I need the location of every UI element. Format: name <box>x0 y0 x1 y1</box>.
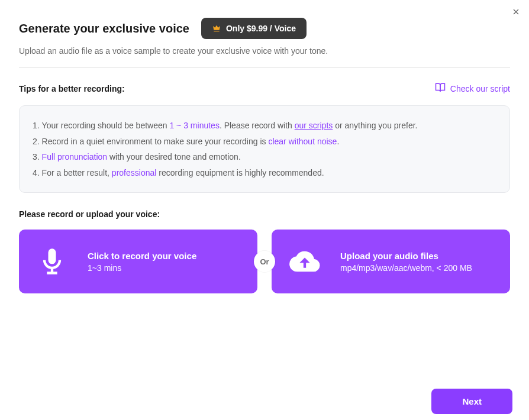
tip-item-3: Full pronunciation with your desired ton… <box>33 149 496 165</box>
cloud-upload-icon <box>288 245 321 278</box>
page-title: Generate your exclusive voice <box>19 22 189 35</box>
microphone-icon <box>36 245 69 278</box>
price-badge-text: Only $9.99 / Voice <box>226 24 296 33</box>
tip2-part-c: . <box>337 137 339 146</box>
record-upload-prompt: Please record or upload your voice: <box>19 209 510 219</box>
divider <box>19 67 510 68</box>
tip1-part-e: or anything you prefer. <box>333 121 417 130</box>
price-badge: Only $9.99 / Voice <box>201 18 307 39</box>
tip1-part-a: Your recording should be between <box>42 121 170 130</box>
modal-content: Generate your exclusive voice Only $9.99… <box>0 0 529 305</box>
tip-item-1: Your recording should be between 1 ~ 3 m… <box>33 118 496 134</box>
tip2-highlight: clear without noise <box>268 137 337 146</box>
upload-card-title: Upload your audio files <box>340 251 472 261</box>
tip4-part-a: For a better result, <box>42 168 112 177</box>
upload-audio-card[interactable]: Upload your audio files mp4/mp3/wav/aac/… <box>272 230 510 293</box>
upload-card-sub: mp4/mp3/wav/aac/webm, < 200 MB <box>340 263 472 273</box>
next-button[interactable]: Next <box>431 389 512 414</box>
close-button[interactable] <box>509 5 523 19</box>
record-card-sub: 1~3 mins <box>88 263 196 273</box>
tips-title: Tips for a better recording: <box>19 84 125 93</box>
tips-box: Your recording should be between 1 ~ 3 m… <box>19 105 510 193</box>
tip2-part-a: Record in a quiet environment to make su… <box>42 137 269 146</box>
check-script-link[interactable]: Check our script <box>435 82 510 95</box>
tip3-part-b: with your desired tone and emotion. <box>107 152 241 161</box>
subtitle: Upload an audio file as a voice sample t… <box>19 46 510 56</box>
record-voice-card[interactable]: Click to record your voice 1~3 mins <box>19 230 257 293</box>
record-card-title: Click to record your voice <box>88 251 196 261</box>
tips-header: Tips for a better recording: Check our s… <box>19 82 510 95</box>
our-scripts-link[interactable]: our scripts <box>295 121 333 130</box>
close-icon <box>511 7 521 17</box>
book-icon <box>435 82 446 95</box>
crown-icon <box>212 24 221 33</box>
options-row: Click to record your voice 1~3 mins Or U… <box>19 230 510 293</box>
tip1-highlight-duration: 1 ~ 3 minutes <box>169 121 219 130</box>
tip-item-2: Record in a quiet environment to make su… <box>33 134 496 150</box>
header-row: Generate your exclusive voice Only $9.99… <box>19 18 510 39</box>
tip4-highlight: professional <box>112 168 157 177</box>
tip-item-4: For a better result, professional record… <box>33 165 496 181</box>
or-separator: Or <box>254 251 275 272</box>
tip3-highlight: Full pronunciation <box>42 152 108 161</box>
tip1-part-c: . Please record with <box>220 121 295 130</box>
tip4-part-c: recording equipment is highly recommende… <box>156 168 324 177</box>
check-script-label: Check our script <box>450 84 510 93</box>
